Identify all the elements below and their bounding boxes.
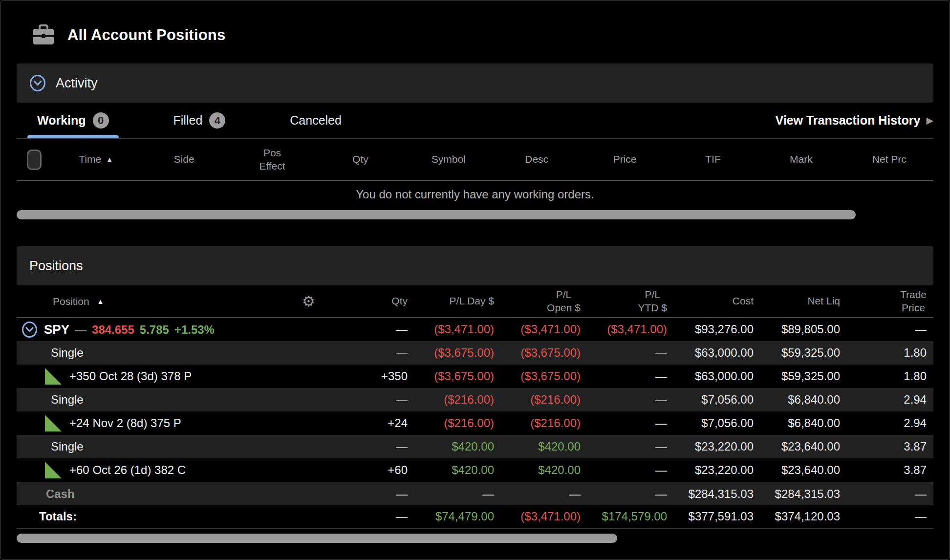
position-cell: 2.94: [847, 393, 933, 407]
position-cell: +350: [328, 369, 414, 383]
positions-panel-bar: Positions: [17, 246, 933, 285]
positions-column-header[interactable]: Net Liq: [760, 295, 847, 307]
positions-column-header[interactable]: P/L Day $: [414, 295, 501, 307]
sort-ascending-icon: ▲: [97, 298, 104, 305]
activity-section: Activity Working 0 Filled 4 Canceled Vie…: [17, 64, 933, 220]
position-row[interactable]: Totals: —$74,479.00($3,471.00)$174,579.0…: [17, 505, 933, 529]
positions-page: All Account Positions Activity Working 0…: [0, 0, 950, 560]
activity-column-header[interactable]: Qty: [316, 153, 404, 166]
position-cell: —: [587, 463, 674, 477]
position-cell: —: [328, 487, 414, 501]
activity-panel-bar[interactable]: Activity: [17, 64, 933, 103]
position-cell: +24: [328, 416, 414, 430]
position-cell: $420.00: [501, 463, 587, 477]
position-column-header[interactable]: Position ▲ ⚙: [17, 294, 328, 309]
settings-gear-icon[interactable]: ⚙: [302, 294, 315, 309]
positions-column-header[interactable]: Qty: [328, 295, 414, 307]
tab-count-badge: 0: [93, 112, 109, 129]
activity-tabs-row: Working 0 Filled 4 Canceled View Transac…: [17, 103, 933, 139]
positions-horizontal-scrollbar[interactable]: [17, 534, 933, 543]
position-cell: —: [328, 393, 414, 407]
activity-column-header[interactable]: TIF: [669, 153, 757, 166]
position-row[interactable]: Cash ————$284,315.03$284,315.03—: [17, 482, 933, 505]
position-cell: $59,325.00: [760, 346, 847, 360]
position-cell: ($216.00): [414, 416, 501, 430]
activity-column-header[interactable]: Side: [140, 153, 228, 166]
position-row[interactable]: Single —($216.00)($216.00)—$7,056.00$6,8…: [17, 388, 933, 411]
position-cell: $23,640.00: [760, 463, 847, 477]
activity-tab[interactable]: Canceled: [283, 103, 348, 138]
page-title: All Account Positions: [67, 26, 225, 44]
position-cell: $63,000.00: [674, 369, 760, 383]
scrollbar-thumb[interactable]: [17, 534, 617, 543]
collapse-symbol-icon[interactable]: [22, 321, 38, 338]
position-cell: 3.87: [847, 440, 933, 453]
sort-ascending-icon: ▲: [106, 155, 113, 163]
collapse-activity-icon[interactable]: [29, 74, 46, 92]
activity-column-header[interactable]: Symbol: [405, 153, 493, 166]
activity-column-header[interactable]: Time▲: [52, 153, 140, 166]
position-cell: ($3,675.00): [414, 369, 501, 383]
select-all-cell: [17, 150, 52, 170]
positions-rows: SPY—384.6555.785+1.53% —($3,471.00)($3,4…: [17, 318, 933, 529]
position-cell: —: [414, 487, 501, 501]
position-cell: —: [847, 510, 933, 523]
position-label: Totals:: [39, 510, 77, 523]
position-cell: 3.87: [847, 463, 933, 477]
position-row[interactable]: +350 Oct 28 (3d) 378 P +350($3,675.00)($…: [17, 365, 933, 388]
position-cell: —: [587, 393, 674, 407]
positions-column-header[interactable]: P/L YTD $: [587, 288, 674, 314]
position-cell: ($3,675.00): [501, 346, 587, 360]
position-label: +350 Oct 28 (3d) 378 P: [69, 369, 192, 383]
position-label: +60 Oct 26 (1d) 382 C: [69, 463, 186, 477]
activity-tabs: Working 0 Filled 4 Canceled: [30, 103, 348, 138]
position-cell: $174,579.00: [587, 510, 674, 523]
position-cell: ($216.00): [414, 393, 501, 407]
position-row[interactable]: Single —$420.00$420.00—$23,220.00$23,640…: [17, 435, 933, 458]
position-cell: $6,840.00: [760, 416, 847, 430]
position-label: Single: [51, 393, 84, 407]
activity-column-header[interactable]: Mark: [757, 153, 845, 166]
position-cell: $377,591.03: [674, 510, 760, 523]
activity-tab[interactable]: Working 0: [30, 103, 116, 138]
position-cell: $23,220.00: [674, 440, 760, 453]
tab-count-badge: 4: [209, 112, 225, 129]
position-cell: $284,315.03: [760, 487, 847, 501]
scrollbar-thumb[interactable]: [17, 210, 856, 219]
position-row[interactable]: +24 Nov 2 (8d) 375 P +24($216.00)($216.0…: [17, 411, 933, 435]
activity-tab[interactable]: Filled 4: [167, 103, 233, 138]
position-label: +24 Nov 2 (8d) 375 P: [69, 416, 181, 430]
positions-column-header[interactable]: P/L Open $: [501, 288, 587, 314]
page-header: All Account Positions: [32, 18, 949, 53]
position-cell: $63,000.00: [674, 346, 760, 360]
position-row[interactable]: +60 Oct 26 (1d) 382 C +60$420.00$420.00—…: [17, 458, 933, 482]
select-all-checkbox[interactable]: [27, 150, 42, 170]
position-cell: $6,840.00: [760, 393, 847, 407]
view-transaction-history-link[interactable]: View Transaction History ▶: [776, 113, 934, 128]
activity-column-header[interactable]: Desc: [493, 153, 581, 166]
position-cell: $420.00: [414, 463, 501, 477]
position-cell: $23,640.00: [760, 440, 847, 453]
position-label: SPY—384.6555.785+1.53%: [44, 322, 215, 337]
position-row[interactable]: SPY—384.6555.785+1.53% —($3,471.00)($3,4…: [17, 318, 933, 341]
position-cell: 1.80: [847, 369, 933, 383]
briefcase-icon: [32, 24, 55, 46]
activity-column-header[interactable]: Net Prc: [845, 153, 933, 166]
activity-table-header: Time▲ Side Pos Effect Qty Symbol Desc Pr…: [17, 139, 933, 181]
activity-horizontal-scrollbar[interactable]: [17, 210, 933, 220]
position-row[interactable]: Single —($3,675.00)($3,675.00)—$63,000.0…: [17, 341, 933, 365]
positions-column-header[interactable]: Trade Price: [847, 288, 933, 314]
position-cell: 1.80: [847, 346, 933, 360]
position-cell: —: [328, 323, 414, 336]
activity-column-header[interactable]: Price: [581, 153, 669, 166]
position-cell: ($3,471.00): [501, 323, 587, 336]
position-cell: —: [328, 440, 414, 453]
activity-column-header[interactable]: Pos Effect: [228, 147, 316, 172]
positions-column-header[interactable]: Cost: [674, 295, 760, 307]
position-cell: $7,056.00: [674, 393, 760, 407]
position-cell: ($3,471.00): [414, 323, 501, 336]
position-cell: ($3,675.00): [501, 369, 587, 383]
position-cell: $59,325.00: [760, 369, 847, 383]
empty-working-orders-message: You do not currently have any working or…: [17, 181, 933, 208]
position-cell: $374,120.03: [760, 510, 847, 523]
